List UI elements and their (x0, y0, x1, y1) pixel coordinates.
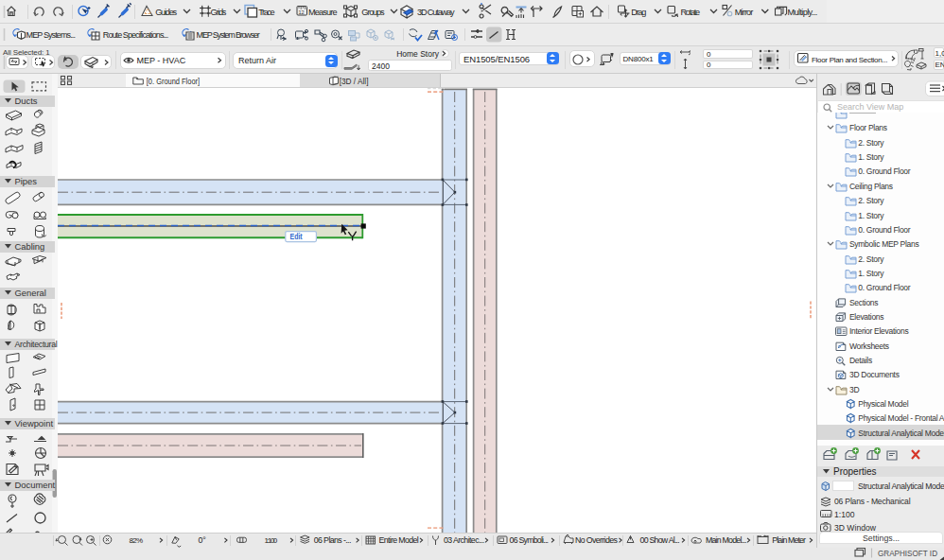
svg-text:Guides: Guides (155, 8, 177, 17)
svg-text:3D Cutaway: 3D Cutaway (417, 8, 455, 17)
svg-text:MEP - HVAC: MEP - HVAC (137, 56, 186, 65)
svg-text:Rotate: Rotate (680, 8, 700, 17)
svg-text:Main Model...: Main Model... (706, 535, 747, 545)
svg-text:03 Architec...: 03 Architec... (444, 535, 484, 545)
svg-text:Pipes: Pipes (15, 176, 38, 186)
svg-text:[3D / All]: [3D / All] (340, 77, 369, 86)
svg-text:Measure: Measure (308, 8, 338, 17)
svg-text:Mirror: Mirror (735, 8, 754, 17)
svg-text:Groups: Groups (361, 8, 385, 17)
svg-text:Route Specifications...: Route Specifications... (103, 30, 168, 40)
svg-text:Return Air: Return Air (238, 56, 276, 65)
svg-text:06 Symboli...: 06 Symboli... (510, 535, 549, 545)
svg-text:Multiply...: Multiply... (788, 8, 818, 17)
svg-text:Drag: Drag (631, 8, 646, 17)
svg-text:Ducts: Ducts (15, 96, 38, 106)
svg-text:Floor Plan and Section...: Floor Plan and Section... (812, 56, 887, 64)
svg-text:Edit: Edit (290, 233, 303, 241)
svg-text:Cabling: Cabling (15, 241, 45, 252)
svg-text:General: General (15, 288, 46, 298)
svg-text:Document: Document (15, 480, 56, 490)
svg-text:Trace: Trace (258, 8, 274, 17)
svg-text:[0. Ground Floor]: [0. Ground Floor] (147, 77, 200, 86)
svg-text:No Overrides: No Overrides (575, 535, 618, 545)
svg-text:Grids: Grids (211, 8, 227, 17)
svg-text:82%: 82% (129, 536, 143, 545)
svg-text:Viewpoint: Viewpoint (15, 418, 54, 429)
svg-text:GRAPHISOFT ID: GRAPHISOFT ID (878, 548, 937, 558)
svg-text:00 Show Al...: 00 Show Al... (640, 535, 680, 545)
svg-text:0°: 0° (198, 535, 205, 545)
svg-text:12: 12 (299, 9, 305, 15)
svg-text:MEP Systems...: MEP Systems... (26, 30, 76, 40)
svg-text:1:100: 1:100 (264, 536, 277, 545)
svg-text:06 Plans -...: 06 Plans -... (314, 535, 352, 545)
svg-text:MEP System Browser: MEP System Browser (197, 30, 260, 40)
svg-text:Entire Model: Entire Model (379, 535, 419, 545)
svg-text:Plain Meter: Plain Meter (772, 535, 806, 545)
svg-text:Architectural: Architectural (15, 340, 58, 349)
